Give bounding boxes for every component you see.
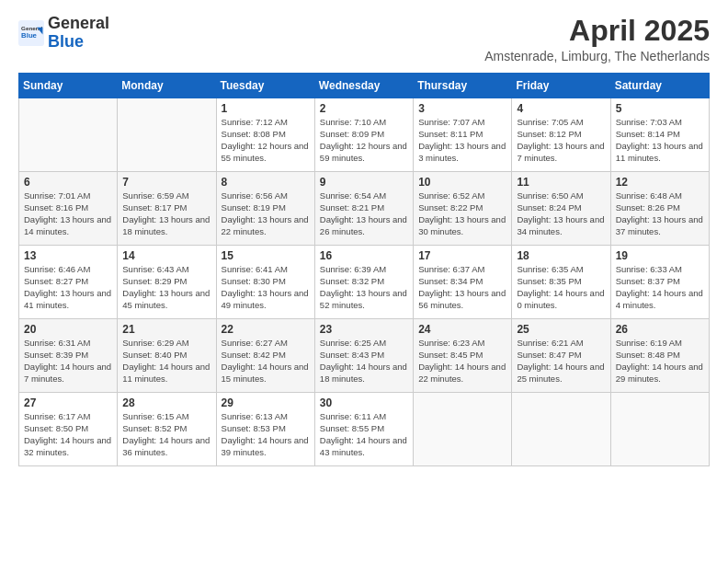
day-number: 10 (418, 176, 506, 189)
weekday-header-tuesday: Tuesday (216, 74, 314, 98)
calendar-cell: 7Sunrise: 6:59 AM Sunset: 8:17 PM Daylig… (118, 172, 216, 246)
calendar-cell: 3Sunrise: 7:07 AM Sunset: 8:11 PM Daylig… (414, 98, 512, 172)
day-info: Sunrise: 6:54 AM Sunset: 8:21 PM Dayligh… (320, 190, 408, 237)
day-info: Sunrise: 6:41 AM Sunset: 8:30 PM Dayligh… (222, 264, 310, 311)
day-info: Sunrise: 6:15 AM Sunset: 8:52 PM Dayligh… (122, 411, 210, 458)
header: General Blue General Blue April 2025 Ams… (18, 15, 710, 63)
calendar-table: SundayMondayTuesdayWednesdayThursdayFrid… (18, 73, 710, 466)
day-number: 17 (418, 249, 506, 262)
calendar-cell: 25Sunrise: 6:21 AM Sunset: 8:47 PM Dayli… (512, 319, 610, 393)
day-info: Sunrise: 6:11 AM Sunset: 8:55 PM Dayligh… (320, 411, 408, 458)
weekday-header-thursday: Thursday (414, 74, 512, 98)
day-number: 14 (122, 249, 210, 262)
calendar-cell (512, 393, 610, 466)
day-info: Sunrise: 6:46 AM Sunset: 8:27 PM Dayligh… (24, 264, 112, 311)
day-info: Sunrise: 6:59 AM Sunset: 8:17 PM Dayligh… (122, 190, 210, 237)
day-number: 9 (320, 176, 408, 189)
calendar-cell: 30Sunrise: 6:11 AM Sunset: 8:55 PM Dayli… (314, 393, 413, 466)
day-number: 21 (122, 323, 210, 336)
calendar-cell: 18Sunrise: 6:35 AM Sunset: 8:35 PM Dayli… (512, 246, 610, 319)
calendar-cell: 21Sunrise: 6:29 AM Sunset: 8:40 PM Dayli… (118, 319, 216, 393)
day-number: 1 (222, 102, 310, 115)
logo-icon: General Blue (18, 20, 44, 46)
day-info: Sunrise: 6:33 AM Sunset: 8:37 PM Dayligh… (616, 264, 704, 311)
calendar-cell: 24Sunrise: 6:23 AM Sunset: 8:45 PM Dayli… (414, 319, 512, 393)
day-number: 8 (222, 176, 310, 189)
day-number: 3 (418, 102, 506, 115)
calendar-cell: 16Sunrise: 6:39 AM Sunset: 8:32 PM Dayli… (314, 246, 413, 319)
calendar-cell: 29Sunrise: 6:13 AM Sunset: 8:53 PM Dayli… (216, 393, 314, 466)
day-info: Sunrise: 6:35 AM Sunset: 8:35 PM Dayligh… (517, 264, 605, 311)
day-number: 18 (517, 249, 605, 262)
calendar-cell: 12Sunrise: 6:48 AM Sunset: 8:26 PM Dayli… (610, 172, 709, 246)
logo-general: General (48, 14, 109, 32)
day-number: 24 (418, 323, 506, 336)
day-info: Sunrise: 6:29 AM Sunset: 8:40 PM Dayligh… (122, 338, 210, 385)
calendar-cell: 26Sunrise: 6:19 AM Sunset: 8:48 PM Dayli… (610, 319, 709, 393)
calendar-cell: 27Sunrise: 6:17 AM Sunset: 8:50 PM Dayli… (19, 393, 118, 466)
day-number: 6 (24, 176, 112, 189)
title-block: April 2025 Amstenrade, Limburg, The Neth… (484, 15, 710, 63)
weekday-header-wednesday: Wednesday (314, 74, 413, 98)
day-number: 28 (122, 396, 210, 409)
day-info: Sunrise: 6:37 AM Sunset: 8:34 PM Dayligh… (418, 264, 506, 311)
calendar-cell: 28Sunrise: 6:15 AM Sunset: 8:52 PM Dayli… (118, 393, 216, 466)
day-number: 12 (616, 176, 704, 189)
calendar-cell: 20Sunrise: 6:31 AM Sunset: 8:39 PM Dayli… (19, 319, 118, 393)
calendar-cell: 10Sunrise: 6:52 AM Sunset: 8:22 PM Dayli… (414, 172, 512, 246)
day-info: Sunrise: 7:03 AM Sunset: 8:14 PM Dayligh… (616, 117, 704, 164)
day-number: 26 (616, 323, 704, 336)
calendar-cell: 9Sunrise: 6:54 AM Sunset: 8:21 PM Daylig… (314, 172, 413, 246)
logo-text: General Blue (48, 15, 109, 52)
calendar-cell: 13Sunrise: 6:46 AM Sunset: 8:27 PM Dayli… (19, 246, 118, 319)
day-number: 25 (517, 323, 605, 336)
calendar-cell: 1Sunrise: 7:12 AM Sunset: 8:08 PM Daylig… (216, 98, 314, 172)
day-info: Sunrise: 6:48 AM Sunset: 8:26 PM Dayligh… (616, 190, 704, 237)
day-number: 30 (320, 396, 408, 409)
calendar-week-row: 27Sunrise: 6:17 AM Sunset: 8:50 PM Dayli… (19, 393, 710, 466)
day-number: 29 (222, 396, 310, 409)
calendar-cell: 11Sunrise: 6:50 AM Sunset: 8:24 PM Dayli… (512, 172, 610, 246)
month-title: April 2025 (484, 15, 710, 47)
day-number: 13 (24, 249, 112, 262)
calendar-cell: 17Sunrise: 6:37 AM Sunset: 8:34 PM Dayli… (414, 246, 512, 319)
location: Amstenrade, Limburg, The Netherlands (484, 49, 710, 63)
day-info: Sunrise: 7:05 AM Sunset: 8:12 PM Dayligh… (517, 117, 605, 164)
day-info: Sunrise: 7:01 AM Sunset: 8:16 PM Dayligh… (24, 190, 112, 237)
day-info: Sunrise: 7:07 AM Sunset: 8:11 PM Dayligh… (418, 117, 506, 164)
weekday-header-monday: Monday (118, 74, 216, 98)
day-info: Sunrise: 6:39 AM Sunset: 8:32 PM Dayligh… (320, 264, 408, 311)
svg-text:Blue: Blue (21, 31, 38, 40)
calendar-week-row: 6Sunrise: 7:01 AM Sunset: 8:16 PM Daylig… (19, 172, 710, 246)
day-number: 27 (24, 396, 112, 409)
day-info: Sunrise: 6:56 AM Sunset: 8:19 PM Dayligh… (222, 190, 310, 237)
day-number: 23 (320, 323, 408, 336)
calendar-week-row: 1Sunrise: 7:12 AM Sunset: 8:08 PM Daylig… (19, 98, 710, 172)
logo-blue: Blue (48, 32, 84, 51)
calendar-week-row: 20Sunrise: 6:31 AM Sunset: 8:39 PM Dayli… (19, 319, 710, 393)
calendar-cell: 22Sunrise: 6:27 AM Sunset: 8:42 PM Dayli… (216, 319, 314, 393)
day-info: Sunrise: 6:23 AM Sunset: 8:45 PM Dayligh… (418, 338, 506, 385)
day-info: Sunrise: 6:21 AM Sunset: 8:47 PM Dayligh… (517, 338, 605, 385)
day-number: 15 (222, 249, 310, 262)
calendar-cell: 23Sunrise: 6:25 AM Sunset: 8:43 PM Dayli… (314, 319, 413, 393)
day-number: 2 (320, 102, 408, 115)
day-info: Sunrise: 6:50 AM Sunset: 8:24 PM Dayligh… (517, 190, 605, 237)
day-number: 5 (616, 102, 704, 115)
day-info: Sunrise: 6:25 AM Sunset: 8:43 PM Dayligh… (320, 338, 408, 385)
day-number: 19 (616, 249, 704, 262)
weekday-header-sunday: Sunday (19, 74, 118, 98)
weekday-header-saturday: Saturday (610, 74, 709, 98)
day-info: Sunrise: 7:10 AM Sunset: 8:09 PM Dayligh… (320, 117, 408, 164)
weekday-header-row: SundayMondayTuesdayWednesdayThursdayFrid… (19, 74, 710, 98)
logo: General Blue General Blue (18, 15, 109, 52)
day-number: 20 (24, 323, 112, 336)
calendar-cell: 19Sunrise: 6:33 AM Sunset: 8:37 PM Dayli… (610, 246, 709, 319)
calendar-week-row: 13Sunrise: 6:46 AM Sunset: 8:27 PM Dayli… (19, 246, 710, 319)
day-info: Sunrise: 6:31 AM Sunset: 8:39 PM Dayligh… (24, 338, 112, 385)
day-number: 7 (122, 176, 210, 189)
day-info: Sunrise: 7:12 AM Sunset: 8:08 PM Dayligh… (222, 117, 310, 164)
calendar-cell: 5Sunrise: 7:03 AM Sunset: 8:14 PM Daylig… (610, 98, 709, 172)
day-info: Sunrise: 6:27 AM Sunset: 8:42 PM Dayligh… (222, 338, 310, 385)
calendar-cell (118, 98, 216, 172)
